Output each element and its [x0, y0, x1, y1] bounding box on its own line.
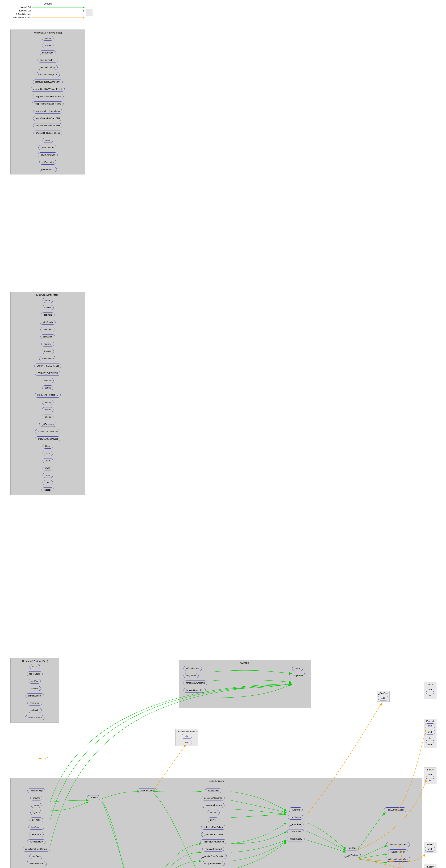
mini-rtotal2-title: _rTotal: [425, 683, 435, 687]
golden-node-name: name: [31, 803, 41, 808]
golden-node--reflectfee: _reflectFee: [288, 822, 304, 827]
golden-node-totalsupply: totalSupply: [29, 825, 44, 830]
mini-amount-node-mul: mul: [425, 847, 435, 851]
pair-node-balanceof: balanceOf: [40, 327, 55, 332]
legend-row-1: External Call: [3, 9, 84, 12]
golden-node--takecharity: _takeCharity: [287, 829, 304, 834]
router01-node-getamountsout: getAmountsOut: [38, 152, 58, 157]
router01-node-swaptokensforexacteth: swapTokensForExactETH: [33, 116, 62, 121]
golden-node-reflectionfromtoken: reflectionFromToken: [201, 825, 225, 830]
nodes-golden-e: _getRate_getTValues: [344, 846, 361, 858]
nodes-golden-c: addLiquiditydecreaseAllowanceincreaseAll…: [200, 788, 227, 868]
golden-node-isexcludedfromreward: isExcludedFromReward: [23, 847, 50, 851]
golden-node--getcurrentsupply: _getCurrentSupply: [384, 807, 406, 812]
legend-arrow-green: [32, 7, 84, 7]
mini-tamount-title: tAmount: [425, 720, 435, 723]
factory-node-feeto: feeTo: [30, 664, 40, 669]
pair-node-permit-typehash: PERMIT_TYPEHASH: [35, 371, 61, 376]
golden-node-swaptokensforeth: swapTokensForEth: [202, 861, 225, 866]
cluster-router01: IUniswapV2Router01 (iface) factoryWETHad…: [10, 30, 85, 175]
mini-tsupply: tSupply subdiv: [424, 767, 437, 784]
mini-tAmount-node-div: div: [425, 736, 435, 741]
cluster-golden: GoldenUnicorn swapAndLiquify lockTheSwap…: [10, 778, 422, 868]
pair-node-getreserves: getReserves: [39, 422, 56, 427]
ownable-node--msgsender: _msgSender: [289, 673, 306, 678]
router01-node-addliquidity: addLiquidity: [40, 50, 56, 55]
router01-node-swapexacttokensforeth: swapExactTokensForETH: [33, 123, 62, 128]
cluster-pair-title: IUniswapV2Pair (iface): [12, 293, 84, 298]
router01-node-removeliquiditywithpermit: removeLiquidityWithPermit: [33, 80, 63, 84]
cluster-factory: IUniswapV2Factory (iface) feeTofeeToSett…: [10, 658, 59, 723]
mini-tsupply-nodes: subdiv: [425, 772, 435, 783]
cluster-golden-title: GoldenUnicorn: [12, 779, 421, 784]
nodes-ownable-left: <Constructor>onlyOwnerrenounceOwnershipt…: [184, 666, 207, 693]
pair-node-minimum-liquidity: MINIMUM_LIQUIDITY: [35, 393, 61, 398]
cluster-ownable: Ownable <Constructor>onlyOwnerrenounceOw…: [179, 660, 311, 708]
pair-node-allowance: allowance: [40, 334, 55, 339]
golden-node-approve: approve: [207, 810, 220, 815]
golden-node-addliquidity: addLiquidity: [205, 788, 221, 793]
mini-tsupply-title: tSupply: [425, 769, 435, 772]
factory-node-feetosetter: feeToSetter: [27, 672, 42, 676]
cluster-router01-title: IUniswapV2Router01 (iface): [12, 31, 84, 36]
ownable-node-renounceownership: renounceOwnership: [184, 681, 207, 685]
ownable-node-transferownership: transferOwnership: [184, 688, 206, 693]
mini-tSupply-node-sub: sub: [425, 772, 435, 777]
golden-node--transfertoexcluded: _transferToExcluded: [201, 832, 225, 837]
factory-node-allpairs: allPairs: [29, 686, 41, 691]
mini-tfeetotal-title: _tFeeTotal: [378, 692, 388, 695]
router01-node-swapexacttokensfortokens: swapExactTokensForTokens: [32, 94, 64, 99]
router01-node-swapethforexacttokens: swapETHForExactTokens: [33, 130, 62, 135]
golden-node--transferfromexcluded: _transferFromExcluded: [200, 854, 227, 859]
router01-node-getamountout: getAmountOut: [38, 145, 57, 150]
legend-label-2: Defined Contract: [3, 13, 31, 16]
pair-node-name: name: [42, 298, 53, 303]
golden-node--getvalues: _getValues: [288, 815, 303, 819]
golden-node-swapandliquify: swapAndLiquify: [137, 788, 157, 793]
mini-tamount: tAmount submuldivsub: [424, 719, 437, 748]
mini-rsupply: rSupply sub: [424, 865, 437, 868]
nodes-ownable-right: owner_msgSender: [289, 666, 306, 693]
pair-node-klast: kLast: [42, 444, 53, 448]
legend-contract-box-icon: [86, 9, 93, 16]
golden-node-calculatecharityfee: calculateCharityFee: [386, 842, 410, 847]
golden-node-symbol: symbol: [30, 810, 42, 815]
nodes-pair: namesymboldecimalstotalSupplybalanceOfal…: [12, 298, 84, 492]
pair-node-nonces: nonces: [42, 378, 54, 383]
golden-node--constructor-: <Constructor>: [27, 839, 45, 844]
pair-node-permit: permit: [42, 385, 53, 390]
router01-node-removeliquidityeth: removeLiquidityETH: [36, 72, 60, 77]
factory-node-createpair: createPair: [27, 701, 42, 706]
pair-node-approve: approve: [41, 342, 54, 346]
legend-arrow-blue: [32, 10, 84, 11]
ownable-node--constructor-: <Constructor>: [184, 666, 202, 671]
nodes-golden-e-top: _getCurrentSupply: [384, 807, 406, 812]
mini-tAmount-node-sub: sub: [425, 742, 435, 747]
router01-node-getamountsin: getAmountsIn: [39, 167, 57, 172]
golden-node--getrate: _getRate: [346, 846, 359, 850]
legend-body: Internal Call External Call Defined Cont…: [2, 5, 94, 20]
pair-node-decimals: decimals: [41, 312, 54, 317]
mini-amount-nodes: mul: [425, 847, 435, 851]
legend: Legend Internal Call External Call Defin…: [2, 2, 94, 20]
legend-title: Legend: [2, 2, 94, 5]
golden-node--transfer: _transfer: [87, 795, 100, 800]
mini-rTotal2-node-sub: sub: [425, 687, 435, 692]
router01-node-swaptokensforexacttokens: swapTokensForExactTokens: [32, 101, 64, 106]
pair-node-token1: token1: [42, 414, 54, 420]
router01-node-quote: quote: [42, 138, 53, 143]
mini-tfeetotal-nodes: add: [378, 695, 388, 701]
legend-lines: Internal Call External Call Defined Cont…: [3, 6, 84, 19]
factory-node-getpair: getPair: [29, 679, 41, 684]
golden-node-totalfees: totalFees: [29, 854, 43, 859]
nodes-golden-a: lockTheSwaptransfernamesymboldecimalstot…: [21, 788, 52, 868]
legend-row-2: Defined Contract: [3, 13, 84, 16]
router01-node-weth: WETH: [42, 43, 53, 48]
nodes-golden-d: _approve_getValues_reflectFee_takeCharit…: [287, 807, 305, 841]
golden-node-decreaseallowance: decreaseAllowance: [201, 796, 225, 801]
pair-node-factory: factory: [42, 400, 54, 405]
nodes-golden-f: calculateCharityFeecalculateTaxFeecalcul…: [386, 842, 410, 862]
mini-tFeeTotal-node-add: add: [378, 695, 388, 701]
golden-node-calculateliquidityfee: calculateLiquidityFee: [386, 857, 410, 862]
pair-node-burn: burn: [42, 458, 53, 463]
